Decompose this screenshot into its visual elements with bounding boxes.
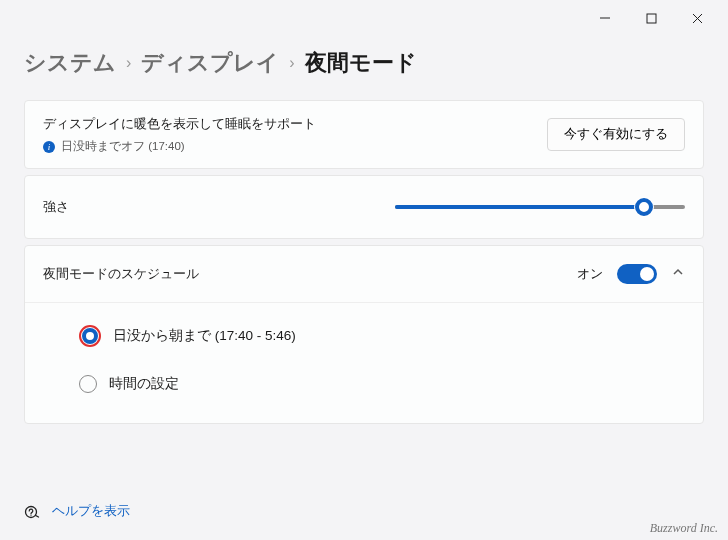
- slider-thumb[interactable]: [635, 198, 653, 216]
- svg-rect-1: [647, 14, 656, 23]
- maximize-button[interactable]: [628, 4, 674, 32]
- radio-option-custom-time[interactable]: 時間の設定: [79, 375, 685, 393]
- toggle-knob: [640, 267, 654, 281]
- breadcrumb: システム › ディスプレイ › 夜間モード: [24, 48, 704, 78]
- toggle-state-label: オン: [577, 266, 603, 283]
- maximize-icon: [646, 13, 657, 24]
- minimize-button[interactable]: [582, 4, 628, 32]
- radio-option-sunset[interactable]: 日没から朝まで (17:40 - 5:46): [79, 325, 685, 347]
- radio-label-custom-time: 時間の設定: [109, 375, 179, 393]
- radio-icon-selected: [79, 325, 101, 347]
- strength-label: 強さ: [43, 198, 69, 216]
- minimize-icon: [599, 12, 611, 24]
- close-button[interactable]: [674, 4, 720, 32]
- breadcrumb-display[interactable]: ディスプレイ: [141, 48, 279, 78]
- radio-label-sunset: 日没から朝まで (17:40 - 5:46): [113, 327, 296, 345]
- schedule-label: 夜間モードのスケジュール: [43, 265, 199, 283]
- chevron-right-icon: ›: [289, 54, 294, 72]
- chevron-right-icon: ›: [126, 54, 131, 72]
- slider-track-fill: [395, 205, 644, 209]
- svg-point-5: [30, 514, 31, 515]
- warm-color-description: ディスプレイに暖色を表示して睡眠をサポート: [43, 115, 316, 133]
- radio-icon-unselected: [79, 375, 97, 393]
- page-title: 夜間モード: [305, 48, 417, 78]
- watermark: Buzzword Inc.: [650, 521, 718, 536]
- svg-point-4: [26, 506, 37, 517]
- strength-slider[interactable]: [395, 199, 685, 215]
- enable-now-button[interactable]: 今すぐ有効にする: [547, 118, 685, 151]
- breadcrumb-system[interactable]: システム: [24, 48, 116, 78]
- chevron-up-icon[interactable]: [671, 265, 685, 283]
- status-text: 日没時までオフ (17:40): [61, 139, 185, 154]
- info-icon: i: [43, 141, 55, 153]
- schedule-toggle[interactable]: [617, 264, 657, 284]
- close-icon: [692, 13, 703, 24]
- help-link[interactable]: ヘルプを表示: [52, 503, 130, 520]
- help-icon: [24, 504, 40, 520]
